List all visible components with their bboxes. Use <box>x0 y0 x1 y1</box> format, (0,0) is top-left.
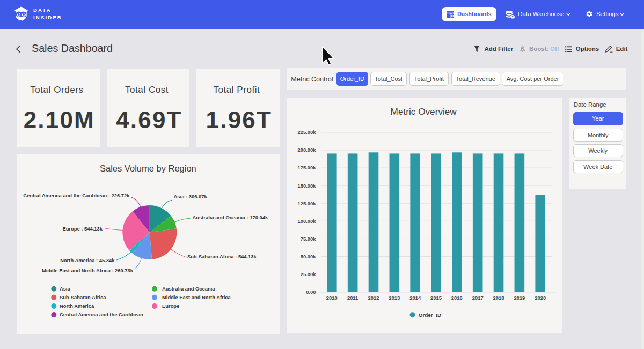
svg-text:Central America and the Caribb: Central America and the Caribbean : 226.… <box>23 192 130 198</box>
svg-text:Boost:: Boost: <box>529 46 548 52</box>
svg-text:Total_Revenue: Total_Revenue <box>456 76 495 82</box>
svg-text:75.00k: 75.00k <box>301 236 316 242</box>
svg-text:Settings: Settings <box>596 11 619 17</box>
svg-text:Edit: Edit <box>616 46 628 52</box>
svg-text:Europe : 544.13k: Europe : 544.13k <box>62 226 103 232</box>
svg-text:50.00k: 50.00k <box>301 254 316 259</box>
svg-text:Avg. Cost per Order: Avg. Cost per Order <box>507 76 559 82</box>
svg-text:Australia and Oceania: Australia and Oceania <box>162 286 215 292</box>
svg-text:1.96T: 1.96T <box>206 107 273 133</box>
svg-text:0.00: 0.00 <box>306 289 316 295</box>
svg-text:225.00k: 225.00k <box>298 129 317 135</box>
svg-text:Metric Overview: Metric Overview <box>391 106 457 117</box>
svg-text:Sub-Saharan Africa : 544.13k: Sub-Saharan Africa : 544.13k <box>187 254 257 259</box>
svg-text:Dashboards: Dashboards <box>457 11 492 17</box>
svg-text:2018: 2018 <box>493 295 504 301</box>
svg-text:Asia : 306.07k: Asia : 306.07k <box>174 194 208 199</box>
svg-text:125.00k: 125.00k <box>298 201 317 206</box>
svg-text:2014: 2014 <box>409 295 421 301</box>
svg-text:INSIDER: INSIDER <box>33 14 62 20</box>
svg-text:2.10M: 2.10M <box>24 107 95 133</box>
svg-text:Total Cost: Total Cost <box>125 85 169 95</box>
svg-text:Date Range: Date Range <box>574 101 606 108</box>
svg-text:Weekly: Weekly <box>588 147 608 154</box>
svg-text:North America : 45.34k: North America : 45.34k <box>60 257 115 263</box>
svg-text:2015: 2015 <box>430 295 442 301</box>
svg-text:200.00k: 200.00k <box>298 147 317 153</box>
svg-text:2011: 2011 <box>347 295 358 301</box>
svg-text:Add Filter: Add Filter <box>485 46 514 52</box>
svg-text:Sub-Saharan Africa: Sub-Saharan Africa <box>60 294 106 300</box>
svg-text:Europe: Europe <box>162 303 179 309</box>
svg-text:2013: 2013 <box>389 295 400 301</box>
svg-text:Central America and the Caribb: Central America and the Caribbean <box>60 311 143 317</box>
svg-text:Metric Control: Metric Control <box>291 76 333 83</box>
svg-text:2012: 2012 <box>368 295 379 301</box>
svg-text:100.00k: 100.00k <box>298 218 317 224</box>
svg-text:150.00k: 150.00k <box>298 183 317 189</box>
svg-text:175.00k: 175.00k <box>298 165 317 170</box>
svg-text:4.69T: 4.69T <box>116 107 182 133</box>
svg-text:25.00k: 25.00k <box>301 271 316 277</box>
svg-text:Total Profit: Total Profit <box>213 85 260 95</box>
svg-text:Middle East and North Africa: Middle East and North Africa <box>162 294 231 300</box>
svg-text:Total Orders: Total Orders <box>30 85 83 95</box>
svg-text:Asia: Asia <box>60 286 71 292</box>
svg-text:Monthly: Monthly <box>588 132 609 138</box>
svg-text:DATA: DATA <box>33 7 52 13</box>
svg-text:Middle East and North Africa :: Middle East and North Africa : 260.73k <box>42 268 134 273</box>
svg-text:Data Warehouse: Data Warehouse <box>518 11 564 17</box>
svg-text:Total_Profit: Total_Profit <box>414 76 444 82</box>
svg-text:Order_ID: Order_ID <box>340 76 364 82</box>
svg-text:Sales Dashboard: Sales Dashboard <box>32 42 113 54</box>
svg-text:2017: 2017 <box>472 295 484 301</box>
svg-text:2010: 2010 <box>326 295 338 301</box>
svg-text:Off: Off <box>550 46 559 52</box>
svg-text:Week Date: Week Date <box>583 164 612 170</box>
svg-text:2020: 2020 <box>535 295 546 301</box>
svg-text:Australia and Oceania : 170.04: Australia and Oceania : 170.04k <box>193 214 268 220</box>
svg-text:North America: North America <box>60 303 94 309</box>
svg-text:Year: Year <box>592 115 604 122</box>
svg-text:Sales Volume by Region: Sales Volume by Region <box>100 164 196 173</box>
svg-text:Total_Cost: Total_Cost <box>375 76 402 82</box>
svg-text:2019: 2019 <box>514 295 525 301</box>
svg-text:Order_ID: Order_ID <box>419 312 441 318</box>
svg-text:2016: 2016 <box>451 295 463 301</box>
svg-text:Options: Options <box>576 46 599 52</box>
